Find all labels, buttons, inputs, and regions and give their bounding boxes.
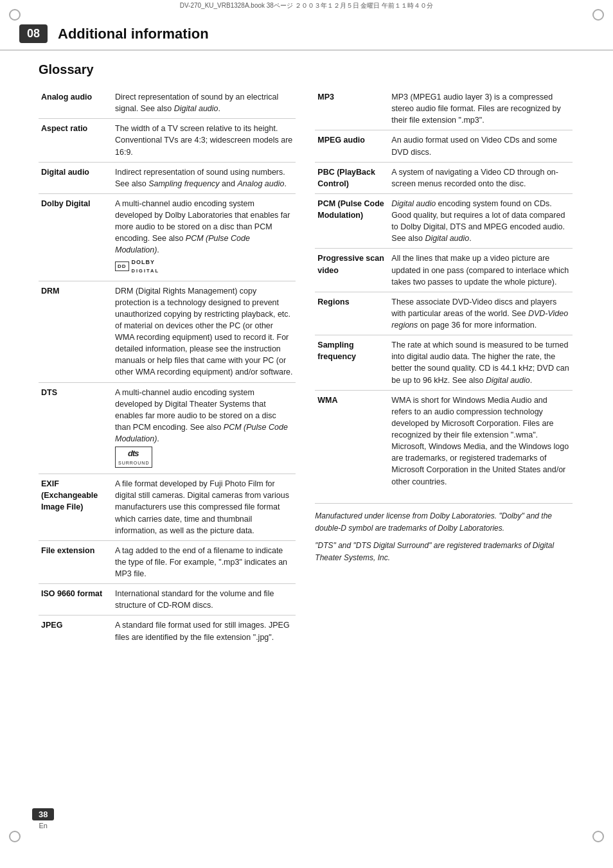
glossary-definition: These associate DVD-Video discs and play…	[389, 292, 572, 335]
glossary-term: Aspect ratio	[39, 119, 112, 162]
dts-logo-wrap: dtsSURROUND	[115, 447, 152, 468]
list-item: EXIF (Exchangeable Image File)A file for…	[39, 474, 296, 541]
corner-mark-br	[592, 831, 604, 842]
glossary-definition: An audio format used on Video CDs and so…	[389, 130, 572, 162]
dts-logo: dtsSURROUND	[115, 447, 293, 468]
page-number-badge: 38	[32, 808, 54, 820]
right-glossary-table: MP3MP3 (MPEG1 audio layer 3) is a compre…	[315, 87, 572, 492]
glossary-term: Digital audio	[39, 162, 112, 193]
list-item: Digital audioIndirect representation of …	[39, 162, 296, 193]
list-item: Sampling frequencyThe rate at which soun…	[315, 335, 572, 391]
glossary-definition: The rate at which sound is measured to b…	[389, 335, 572, 391]
glossary-definition: A system of navigating a Video CD throug…	[389, 162, 572, 193]
glossary-definition: Digital audio encoding system found on C…	[389, 193, 572, 249]
list-item: JPEGA standard file format used for stil…	[39, 616, 296, 647]
right-column: MP3MP3 (MPEG1 audio layer 3) is a compre…	[315, 87, 572, 647]
page-number-area: 38 En	[32, 808, 54, 829]
glossary-term: File extension	[39, 540, 112, 583]
glossary-definition: All the lines that make up a video pictu…	[389, 249, 572, 292]
corner-mark-tr	[592, 9, 604, 21]
glossary-term: Analog audio	[39, 87, 112, 119]
glossary-definition: A standard file format used for still im…	[112, 616, 296, 647]
glossary-term: ISO 9660 format	[39, 584, 112, 616]
glossary-definition: DRM (Digital Rights Management) copy pro…	[112, 281, 296, 382]
main-content: Glossary Analog audioDirect representati…	[0, 56, 613, 666]
list-item: Dolby DigitalA multi-channel audio encod…	[39, 193, 296, 281]
dolby-logo: DDDOLBYDIGITAL	[115, 258, 293, 275]
glossary-definition: Indirect representation of sound using n…	[112, 162, 296, 193]
list-item: MPEG audioAn audio format used on Video …	[315, 130, 572, 162]
list-item: Analog audioDirect representation of sou…	[39, 87, 296, 119]
dts-surround-text: SURROUND	[118, 460, 149, 466]
corner-mark-tl	[9, 9, 21, 21]
footer-note-2: "DTS" and "DTS Digital Surround" are reg…	[315, 540, 572, 564]
glossary-term: WMA	[315, 390, 389, 492]
glossary-term: DRM	[39, 281, 112, 382]
dts-logo-text: dts	[128, 448, 139, 458]
glossary-term: PCM (Pulse Code Modulation)	[315, 193, 389, 249]
left-glossary-table: Analog audioDirect representation of sou…	[39, 87, 296, 647]
glossary-definition: A tag added to the end of a filename to …	[112, 540, 296, 583]
footer-notes: Manufactured under license from Dolby La…	[315, 503, 572, 565]
glossary-definition: A file format developed by Fuji Photo Fi…	[112, 474, 296, 541]
page-lang: En	[39, 822, 48, 829]
glossary-term: JPEG	[39, 616, 112, 647]
glossary-definition: A multi-channel audio encoding system de…	[112, 382, 296, 474]
glossary-definition: The width of a TV screen relative to its…	[112, 119, 296, 162]
glossary-term: Dolby Digital	[39, 193, 112, 281]
list-item: Progressive scan videoAll the lines that…	[315, 249, 572, 292]
corner-mark-bl	[9, 831, 21, 842]
list-item: DRMDRM (Digital Rights Management) copy …	[39, 281, 296, 382]
footer-note-1: Manufactured under license from Dolby La…	[315, 510, 572, 535]
list-item: File extensionA tag added to the end of …	[39, 540, 296, 583]
glossary-term: EXIF (Exchangeable Image File)	[39, 474, 112, 541]
list-item: Aspect ratioThe width of a TV screen rel…	[39, 119, 296, 162]
glossary-term: PBC (PlayBack Control)	[315, 162, 389, 193]
glossary-term: Sampling frequency	[315, 335, 389, 391]
page-title: Additional information	[58, 26, 209, 42]
list-item: WMAWMA is short for Windows Media Audio …	[315, 390, 572, 492]
two-columns-layout: Analog audioDirect representation of sou…	[39, 87, 574, 647]
list-item: RegionsThese associate DVD-Video discs a…	[315, 292, 572, 335]
glossary-term: Progressive scan video	[315, 249, 389, 292]
list-item: MP3MP3 (MPEG1 audio layer 3) is a compre…	[315, 87, 572, 130]
glossary-term: DTS	[39, 382, 112, 474]
print-meta: DV-270_KU_VRB1328A.book 38ページ ２００３年１２月５日…	[0, 0, 613, 13]
glossary-definition: International standard for the volume an…	[112, 584, 296, 616]
list-item: DTSA multi-channel audio encoding system…	[39, 382, 296, 474]
list-item: ISO 9660 formatInternational standard fo…	[39, 584, 296, 616]
dolby-logo-box: DD	[115, 261, 129, 272]
left-column: Analog audioDirect representation of sou…	[39, 87, 296, 647]
chapter-badge: 08	[19, 24, 48, 43]
glossary-term: MPEG audio	[315, 130, 389, 162]
glossary-definition: Direct representation of sound by an ele…	[112, 87, 296, 119]
page-header: 08 Additional information	[0, 13, 613, 51]
glossary-definition: MP3 (MPEG1 audio layer 3) is a compresse…	[389, 87, 572, 130]
glossary-definition: WMA is short for Windows Media Audio and…	[389, 390, 572, 492]
list-item: PBC (PlayBack Control)A system of naviga…	[315, 162, 572, 193]
glossary-term: MP3	[315, 87, 389, 130]
dolby-text: DOLBYDIGITAL	[132, 258, 159, 275]
glossary-title: Glossary	[39, 62, 574, 77]
list-item: PCM (Pulse Code Modulation)Digital audio…	[315, 193, 572, 249]
glossary-term: Regions	[315, 292, 389, 335]
glossary-definition: A multi-channel audio encoding system de…	[112, 193, 296, 281]
